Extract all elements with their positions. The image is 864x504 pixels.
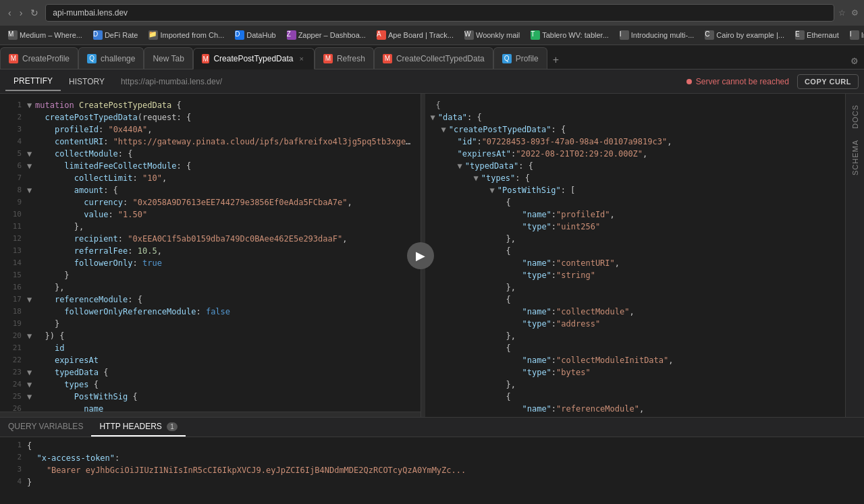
code-line-14: 14 followerOnly: true bbox=[0, 257, 421, 269]
bookmark-zapper-label: Zapper – Dashboa... bbox=[298, 31, 366, 39]
bottom-tabs: QUERY VARIABLES HTTP HEADERS 1 bbox=[0, 418, 864, 437]
resp-line-type3: "type": "address" bbox=[425, 318, 846, 330]
bookmark-cairo[interactable]: C Cairo by example |... bbox=[702, 29, 787, 41]
tab-createprofile[interactable]: M CreateProfile bbox=[0, 47, 78, 69]
code-line-13: 13 referralFee: 10.5, bbox=[0, 245, 421, 257]
nav-icons: ☆ ⚙ bbox=[838, 8, 859, 18]
resp-line-id: "id": "07228453-893f-47a0-98a4-d0107a981… bbox=[425, 136, 846, 148]
resp-line-brace-open: { bbox=[425, 99, 846, 111]
tab-label-createprofile: CreateProfile bbox=[22, 54, 70, 63]
bookmark-foundation-label: Introduction - Fou... bbox=[861, 31, 864, 39]
code-line-22: 22 expiresAt bbox=[0, 354, 421, 366]
tab-http-headers[interactable]: HTTP HEADERS 1 bbox=[91, 418, 185, 437]
bookmark-defi[interactable]: D DeFi Rate bbox=[90, 29, 141, 41]
bookmark-woonkly[interactable]: W Woonkly mail bbox=[462, 29, 522, 41]
back-button[interactable]: ‹ bbox=[5, 6, 14, 20]
resp-line-typeddata: ▼"typedData": { bbox=[425, 160, 846, 172]
bookmark-datahub[interactable]: D DataHub bbox=[232, 29, 278, 41]
query-variables-label: QUERY VARIABLES bbox=[8, 422, 83, 431]
bookmark-ethernaut-icon: E bbox=[795, 30, 805, 40]
bookmark-datahub-label: DataHub bbox=[246, 31, 275, 39]
bottom-line-2: 2 "x-access-token": bbox=[5, 452, 859, 464]
tab-newtab[interactable]: New Tab bbox=[144, 47, 192, 69]
bookmark-foundation[interactable]: I Introduction - Fou... bbox=[847, 29, 864, 41]
resp-line-obj3-open: { bbox=[425, 293, 846, 306]
resp-line-obj1-open: { bbox=[425, 196, 846, 208]
bottom-line-1: 1 { bbox=[5, 440, 859, 452]
tab-favicon-createpost: M bbox=[202, 54, 209, 63]
browser-chrome: ‹ › ↻ ☆ ⚙ M Medium – Where... D DeFi Rat… bbox=[0, 0, 864, 45]
resp-line-createpost: ▼"createPostTypedData": { bbox=[425, 123, 846, 136]
code-line-1: 1 ▼ mutation CreatePostTypedData { bbox=[0, 99, 421, 111]
error-dot bbox=[686, 79, 692, 84]
tab-close-createpost[interactable]: × bbox=[297, 54, 305, 63]
bookmark-tablero-label: Tablero WV: tabler... bbox=[542, 31, 609, 39]
forward-button[interactable]: › bbox=[17, 6, 26, 20]
resp-line-name5: "name": "referenceModule", bbox=[425, 403, 846, 415]
tab-createcollect[interactable]: M CreateCollectTypedData bbox=[374, 47, 493, 69]
bookmark-intro[interactable]: I Introducing multi-... bbox=[617, 29, 697, 41]
bookmark-woonkly-label: Woonkly mail bbox=[476, 31, 520, 39]
copy-curl-button[interactable]: COPY CURL bbox=[797, 74, 859, 89]
prettify-button[interactable]: PRETTIFY bbox=[5, 72, 61, 91]
editor-area[interactable]: 1 ▼ mutation CreatePostTypedData { 2 cre… bbox=[0, 94, 421, 412]
run-query-button[interactable]: ▶ bbox=[407, 242, 434, 269]
resp-line-postwithsig: ▼"PostWithSig": [ bbox=[425, 184, 846, 196]
tab-label-challenge: challenge bbox=[101, 54, 135, 63]
resp-line-name2: "name": "contentURI", bbox=[425, 257, 846, 269]
bookmark-medium-icon: M bbox=[8, 30, 18, 40]
editor-panel: 1 ▼ mutation CreatePostTypedData { 2 cre… bbox=[0, 94, 421, 417]
resp-line-obj4-close: }, bbox=[425, 379, 846, 391]
bookmark-zapper-icon: Z bbox=[287, 30, 296, 40]
code-line-24: 24 ▼ types { bbox=[0, 379, 421, 391]
url-display: https://api-mumbai.lens.dev/ bbox=[113, 77, 686, 86]
code-line-9: 9 currency: "0x2058A9D7613eEE744279e3856… bbox=[0, 196, 421, 208]
bookmark-apeboard[interactable]: A Ape Board | Track... bbox=[374, 29, 456, 41]
resp-line-name3: "name": "collectModule", bbox=[425, 306, 846, 318]
settings-icon[interactable]: ⚙ bbox=[845, 53, 864, 69]
editor-scrollbar[interactable] bbox=[0, 412, 421, 417]
bookmark-medium[interactable]: M Medium – Where... bbox=[5, 29, 85, 41]
tab-label-profile: Profile bbox=[516, 54, 539, 63]
code-line-12: 12 recipient: "0xEEA0C1f5ab0159dba749Dc0… bbox=[0, 233, 421, 245]
main-content: 1 ▼ mutation CreatePostTypedData { 2 cre… bbox=[0, 94, 864, 417]
tab-add-button[interactable]: + bbox=[547, 51, 564, 69]
response-panel[interactable]: { ▼"data": { ▼"createPostTypedData": { "… bbox=[425, 94, 846, 417]
bookmark-apeboard-label: Ape Board | Track... bbox=[388, 31, 454, 39]
code-line-4: 4 contentURI: "https://gateway.pinata.cl… bbox=[0, 136, 421, 148]
tab-refresh[interactable]: M Refresh bbox=[315, 47, 374, 69]
address-bar[interactable] bbox=[45, 4, 834, 22]
bookmark-icon: ☆ bbox=[838, 8, 846, 18]
reload-button[interactable]: ↻ bbox=[28, 6, 41, 20]
resp-line-data: ▼"data": { bbox=[425, 111, 846, 123]
code-line-26: 26 name bbox=[0, 403, 421, 412]
server-error: Server cannot be reached bbox=[686, 77, 789, 86]
tab-favicon-createcollect: M bbox=[383, 54, 392, 63]
tab-profile[interactable]: Q Profile bbox=[493, 47, 547, 69]
resp-line-obj5-open: { bbox=[425, 391, 846, 403]
bookmark-imported[interactable]: 📁 Imported from Ch... bbox=[146, 29, 227, 41]
sidebar-tab-docs[interactable]: DOCS bbox=[848, 99, 862, 134]
resp-line-name4: "name": "collectModuleInitData", bbox=[425, 354, 846, 366]
resp-line-obj1-close: }, bbox=[425, 233, 846, 245]
sidebar-tab-schema[interactable]: SCHEMA bbox=[848, 134, 862, 181]
bookmark-foundation-icon: I bbox=[850, 30, 859, 40]
bottom-line-4: 4 } bbox=[5, 476, 859, 488]
bookmark-cairo-icon: C bbox=[705, 30, 714, 40]
history-button[interactable]: HISTORY bbox=[61, 73, 113, 90]
code-line-20: 20 ▼ }) { bbox=[0, 330, 421, 342]
code-line-6: 6 ▼ limitedFeeCollectModule: { bbox=[0, 160, 421, 172]
code-line-5: 5 ▼ collectModule: { bbox=[0, 148, 421, 160]
bookmark-tablero-icon: T bbox=[531, 30, 540, 40]
tab-query-variables[interactable]: QUERY VARIABLES bbox=[0, 418, 91, 437]
code-line-11: 11 }, bbox=[0, 221, 421, 233]
tab-createposttypeddata[interactable]: M CreatePostTypedData × bbox=[193, 48, 315, 69]
bookmark-zapper[interactable]: Z Zapper – Dashboa... bbox=[284, 29, 369, 41]
bookmark-ethernaut[interactable]: E Ethernaut bbox=[792, 29, 842, 41]
tab-challenge[interactable]: Q challenge bbox=[78, 47, 144, 69]
bottom-line-3: 3 "Bearer eyJhbGciOiJIUzI1NiIsInR5cCI6Ik… bbox=[5, 464, 859, 476]
bookmark-intro-label: Introducing multi-... bbox=[631, 31, 695, 39]
bookmark-tablero[interactable]: T Tablero WV: tabler... bbox=[528, 29, 612, 41]
bottom-content: 1 { 2 "x-access-token": 3 "Bearer eyJhbG… bbox=[0, 437, 864, 491]
tab-label-refresh: Refresh bbox=[337, 54, 365, 63]
